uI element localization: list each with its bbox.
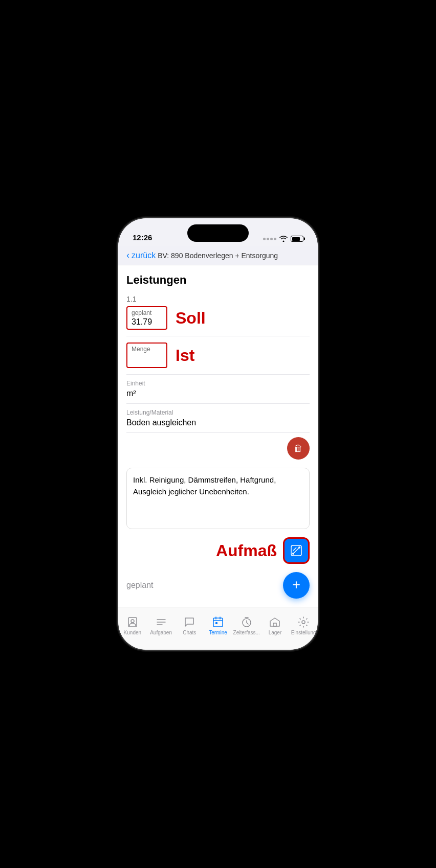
geplant-footer-label: geplant (126, 581, 154, 590)
tab-bar: Kunden Aufgaben Chats (118, 607, 318, 650)
zeiterfass-icon (241, 616, 253, 628)
nav-title: BV: 890 Bodenverlegen + Entsorgung (158, 252, 278, 260)
tab-chats-label: Chats (183, 630, 196, 635)
tab-lager[interactable]: Lager (261, 607, 290, 639)
lager-icon (269, 616, 281, 628)
tab-kunden[interactable]: Kunden (118, 607, 147, 639)
tab-kunden-label: Kunden (124, 630, 141, 635)
add-button[interactable]: + (283, 572, 310, 599)
item-number: 1.1 (126, 295, 310, 303)
tab-chats[interactable]: Chats (175, 607, 204, 639)
leistung-section: Leistung/Material Boden ausgleichen (126, 404, 310, 433)
aufmass-button[interactable] (283, 537, 310, 564)
nav-bar: ‹ zurück BV: 890 Bodenverlegen + Entsorg… (118, 246, 318, 265)
plus-icon: + (292, 578, 300, 592)
aufgaben-icon (155, 616, 167, 628)
soll-label: Soll (176, 309, 206, 328)
einheit-section: Einheit m² (126, 375, 310, 404)
einheit-value: m² (126, 389, 310, 398)
svg-point-4 (131, 620, 134, 623)
chats-icon (183, 616, 195, 628)
svg-point-2 (298, 546, 300, 549)
back-label[interactable]: zurück (132, 251, 156, 260)
einstellung-icon (297, 616, 310, 628)
tab-einstellung[interactable]: Einstellung (289, 607, 318, 639)
aufmass-row: Aufmaß (126, 537, 310, 564)
battery-icon (291, 236, 303, 242)
tab-termine-label: Termine (209, 630, 227, 635)
menge-label: Menge (132, 346, 162, 353)
svg-rect-15 (273, 623, 276, 626)
svg-rect-12 (215, 622, 217, 624)
description-textarea[interactable]: Inkl. Reinigung, Dämmstreifen, Haftgrund… (126, 468, 310, 529)
svg-point-1 (292, 553, 294, 555)
trash-icon: 🗑 (294, 443, 303, 454)
geplant-footer-row: geplant + (126, 570, 310, 599)
tab-zeiterfass-label: Zeiterfass... (233, 630, 260, 635)
back-chevron-icon: ‹ (126, 250, 129, 261)
tab-aufgaben-label: Aufgaben (150, 630, 172, 635)
measure-icon (290, 544, 303, 557)
svg-point-16 (302, 621, 305, 624)
kunden-icon (126, 616, 139, 628)
status-icons (263, 236, 303, 242)
soll-row: geplant 31.79 Soll (126, 306, 310, 336)
tab-einstellung-label: Einstellung (291, 630, 316, 635)
back-button[interactable]: ‹ zurück (126, 250, 156, 261)
signal-icon (263, 238, 276, 240)
geplant-value: 31.79 (132, 317, 162, 327)
leistung-label: Leistung/Material (126, 409, 310, 416)
leistung-value: Boden ausgleichen (126, 418, 310, 427)
description-text: Inkl. Reinigung, Dämmstreifen, Haftgrund… (133, 475, 276, 496)
ist-label: Ist (176, 346, 194, 365)
ist-row: Menge Ist (126, 336, 310, 375)
delete-button[interactable]: 🗑 (287, 437, 310, 460)
wifi-icon (279, 236, 288, 242)
termine-icon (212, 616, 224, 628)
aufmass-label: Aufmaß (216, 541, 277, 560)
main-content: Leistungen 1.1 geplant 31.79 Soll Menge … (118, 265, 318, 607)
tab-zeiterfass[interactable]: Zeiterfass... (232, 607, 261, 639)
geplant-box[interactable]: geplant 31.79 (126, 306, 167, 330)
tab-aufgaben[interactable]: Aufgaben (147, 607, 176, 639)
menge-box[interactable]: Menge (126, 342, 167, 368)
dynamic-island (187, 224, 249, 242)
svg-rect-8 (213, 618, 223, 627)
section-title: Leistungen (126, 273, 310, 287)
einheit-label: Einheit (126, 380, 310, 387)
geplant-label: geplant (132, 309, 162, 316)
tab-lager-label: Lager (269, 630, 282, 635)
status-time: 12:26 (133, 233, 152, 242)
tab-termine[interactable]: Termine (204, 607, 232, 639)
